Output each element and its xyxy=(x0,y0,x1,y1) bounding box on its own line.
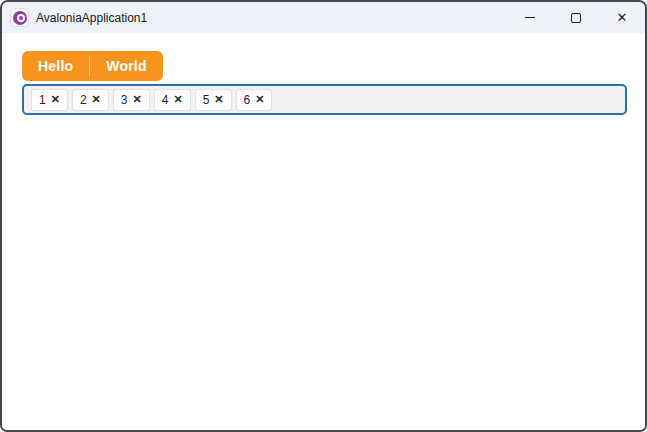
chip-remove-icon[interactable]: ✕ xyxy=(214,94,223,105)
chip-6: 6✕ xyxy=(236,89,273,111)
chip-label: 3 xyxy=(121,93,128,107)
window-controls: ✕ xyxy=(507,2,645,33)
chip-remove-icon[interactable]: ✕ xyxy=(92,94,101,105)
chip-remove-icon[interactable]: ✕ xyxy=(133,94,142,105)
chip-1: 1✕ xyxy=(31,89,68,111)
chip-5: 5✕ xyxy=(195,89,232,111)
chip-remove-icon[interactable]: ✕ xyxy=(173,94,182,105)
tab-world[interactable]: World xyxy=(90,51,162,81)
chip-label: 4 xyxy=(162,93,169,107)
logo-circle xyxy=(13,11,27,25)
tab-strip: Hello World xyxy=(22,51,163,81)
chip-2: 2✕ xyxy=(72,89,109,111)
chip-remove-icon[interactable]: ✕ xyxy=(51,94,60,105)
app-window: AvaloniaApplication1 ✕ Hello World 1✕2✕3… xyxy=(0,0,647,432)
chip-3: 3✕ xyxy=(113,89,150,111)
minimize-icon xyxy=(525,17,535,18)
close-button[interactable]: ✕ xyxy=(599,2,645,33)
titlebar[interactable]: AvaloniaApplication1 ✕ xyxy=(2,2,645,33)
chip-input[interactable]: 1✕2✕3✕4✕5✕6✕ xyxy=(22,84,627,115)
chip-label: 1 xyxy=(39,93,46,107)
chip-label: 5 xyxy=(203,93,210,107)
logo-ring xyxy=(17,14,25,22)
minimize-button[interactable] xyxy=(507,2,553,33)
content-area: Hello World 1✕2✕3✕4✕5✕6✕ xyxy=(2,33,645,430)
chip-label: 6 xyxy=(244,93,251,107)
maximize-button[interactable] xyxy=(553,2,599,33)
tab-hello[interactable]: Hello xyxy=(22,51,89,81)
window-title: AvaloniaApplication1 xyxy=(36,11,147,25)
maximize-icon xyxy=(571,13,581,23)
chip-4: 4✕ xyxy=(154,89,191,111)
avalonia-logo-icon xyxy=(11,9,28,26)
close-icon: ✕ xyxy=(617,11,628,24)
chip-label: 2 xyxy=(80,93,87,107)
chip-remove-icon[interactable]: ✕ xyxy=(255,94,264,105)
